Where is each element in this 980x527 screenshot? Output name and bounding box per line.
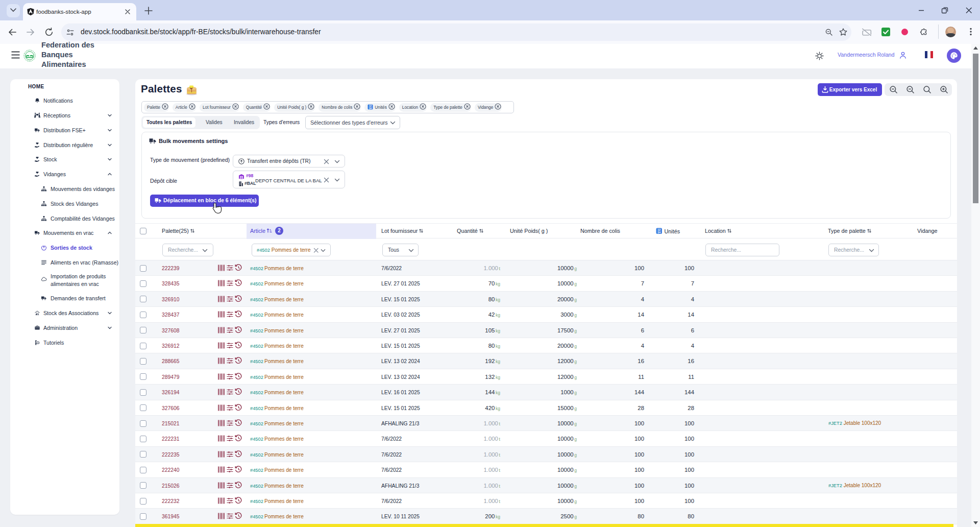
svg-text:34: 34 [657, 231, 660, 234]
svg-text:34: 34 [369, 107, 372, 109]
